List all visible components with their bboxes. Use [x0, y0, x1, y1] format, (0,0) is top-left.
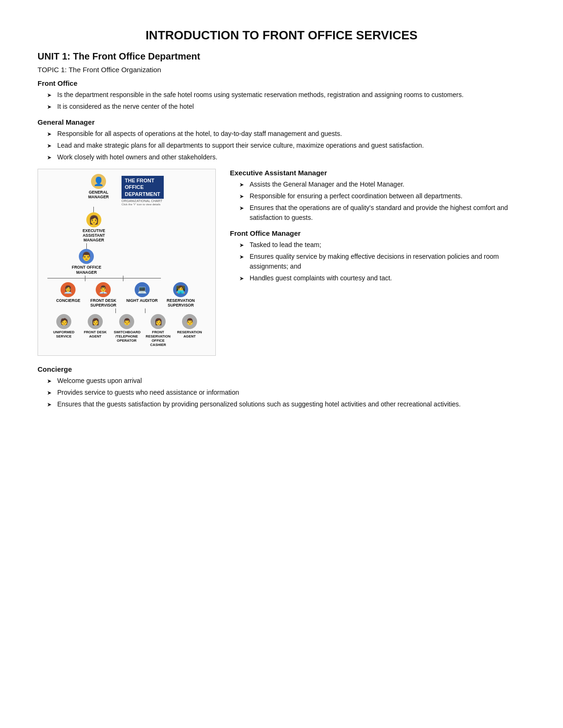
list-item: Is the department responsible in the saf…: [47, 90, 525, 100]
concierge-list: Welcome guests upon arrival Provides ser…: [38, 376, 525, 409]
org-node-rs: 👩‍💻 RESERVATION SUPERVISOR: [164, 282, 197, 308]
org-node-froc: 👩 FRONT RESERVATION OFFICE CASHIER: [145, 314, 171, 347]
list-item: Tasked to lead the team;: [239, 240, 525, 250]
list-item: Provides service to guests who need assi…: [47, 388, 525, 398]
section-heading-front-office: Front Office: [38, 79, 525, 87]
org-node-concierge: 👩‍💼 CONCIERGE: [56, 282, 80, 303]
right-column: Executive Assistant Manager Assists the …: [230, 169, 525, 290]
list-item: Welcome guests upon arrival: [47, 376, 525, 386]
topic-title: TOPIC 1: The Front Office Organization: [38, 66, 525, 74]
org-node-fda: 👩 FRONT DESK AGENT: [83, 314, 108, 338]
general-manager-list: Responsible for all aspects of operation…: [38, 129, 525, 162]
section-heading-concierge: Concierge: [38, 365, 525, 373]
list-item: Ensures quality service by making effect…: [239, 252, 525, 271]
org-node-fom: 👨 FRONT OFFICEMANAGER: [72, 249, 101, 274]
eam-list: Assists the General Manager and the Hote…: [230, 180, 525, 223]
list-item: Handles guest complaints with courtesy a…: [239, 273, 525, 283]
section-eam: Executive Assistant Manager Assists the …: [230, 169, 525, 223]
section-concierge: Concierge Welcome guests upon arrival Pr…: [38, 365, 525, 409]
org-chart-box: 👤 GENERAL MANAGER THE FRONTOFFICEDEPARTM…: [38, 169, 216, 356]
section-heading-eam: Executive Assistant Manager: [230, 169, 525, 177]
list-item: Ensures that the operations are of quali…: [239, 203, 525, 223]
front-office-list: Is the department responsible in the saf…: [38, 90, 525, 112]
org-node-ra: 👨 RESERVATION AGENT: [177, 314, 203, 338]
org-node-sto: 👨 SWITCHBOARD /TELEPHONE OPERATOR: [114, 314, 140, 343]
section-general-manager: General Manager Responsible for all aspe…: [38, 118, 525, 162]
fom-list: Tasked to lead the team; Ensures quality…: [230, 240, 525, 283]
unit-title: UNIT 1: The Front Office Department: [38, 51, 525, 62]
main-title: INTRODUCTION TO FRONT OFFICE SERVICES: [38, 28, 525, 43]
org-node-us: 🧑 UNIFORMED SERVICE: [51, 314, 77, 338]
list-item: Lead and make strategic plans for all de…: [47, 141, 525, 150]
section-heading-general-manager: General Manager: [38, 118, 525, 126]
list-item: Ensures that the guests satisfaction by …: [47, 399, 525, 409]
two-column-section: 👤 GENERAL MANAGER THE FRONTOFFICEDEPARTM…: [38, 169, 525, 356]
list-item: Responsible for all aspects of operation…: [47, 129, 525, 139]
org-node-fds: 👨‍💼 FRONT DESK SUPERVISOR: [87, 282, 120, 308]
section-front-office: Front Office Is the department responsib…: [38, 79, 525, 112]
list-item: Assists the General Manager and the Hote…: [239, 180, 525, 189]
list-item: Responsible for ensuring a perfect coord…: [239, 191, 525, 201]
org-node-na: 💻 NIGHT AUDITOR: [126, 282, 158, 303]
org-chart: 👤 GENERAL MANAGER THE FRONTOFFICEDEPARTM…: [43, 174, 211, 351]
list-item: It is considered as the nerve center of …: [47, 102, 525, 112]
org-node-eam: 👩 EXECUTIVEASSISTANT MANAGER: [73, 212, 115, 243]
section-fom: Front Office Manager Tasked to lead the …: [230, 229, 525, 283]
section-heading-fom: Front Office Manager: [230, 229, 525, 237]
org-node-gm: 👤 GENERAL MANAGER: [82, 174, 115, 199]
list-item: Work closely with hotel owners and other…: [47, 152, 525, 162]
